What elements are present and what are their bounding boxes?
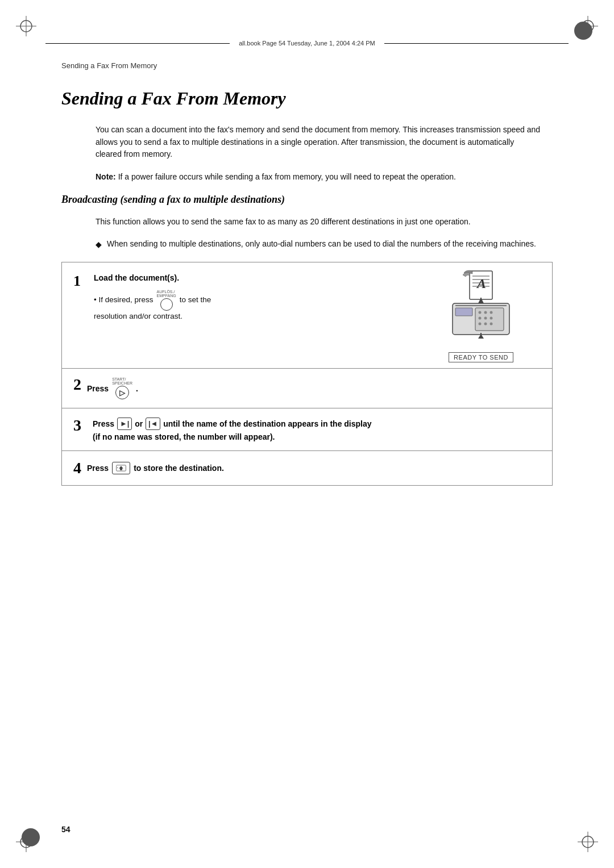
svg-point-24 (484, 317, 487, 320)
corner-circle-bl (22, 828, 40, 846)
svg-text:▲: ▲ (117, 466, 118, 469)
step-3-or: or (135, 418, 143, 430)
step-4-suffix: to store the destination. (134, 464, 224, 473)
step-1-left: 1 Load the document(s). • If desired, pr… (62, 262, 410, 368)
svg-point-20 (479, 311, 482, 314)
main-content: Sending a Fax From Memory You can scan a… (61, 82, 553, 811)
fax-machine-svg: A (435, 268, 526, 348)
start-button-circle: ▷ (115, 386, 129, 399)
note-body: If a power failure occurs while sending … (118, 172, 456, 181)
step-3-main-line: Press ►| or |◄ until the name of the des… (93, 418, 372, 430)
aufloes-button-icon: AUFLÖS./EMPFANG (157, 290, 176, 311)
step-3-sub: (if no name was stored, the number will … (93, 432, 372, 441)
step-3-until: until the name of the destination appear… (163, 418, 371, 430)
note-label: Note: (96, 172, 116, 181)
svg-point-25 (490, 317, 493, 320)
reg-mark-br (578, 832, 598, 852)
step-2-content: Press START/SPEICHER ▷ . (87, 377, 541, 399)
corner-circle-tr (574, 22, 592, 40)
svg-point-26 (479, 323, 482, 326)
fax-illustration: A READY TO SEND (435, 268, 526, 362)
step-1-body: • If desired, press AUFLÖS./EMPFANG to s… (94, 290, 399, 322)
step-3-inner: 3 Press ►| or |◄ until the name of the d… (73, 418, 541, 441)
button-circle (160, 298, 173, 311)
store-button-icon: ▲ (112, 462, 130, 474)
svg-text:A: A (476, 276, 486, 291)
step-1-inline: • If desired, press AUFLÖS./EMPFANG to s… (94, 290, 399, 311)
step-2-period: . (136, 384, 138, 393)
step-4-content: Press ▲ to store the destination. (87, 462, 224, 474)
start-speicher-label: START/SPEICHER (112, 377, 132, 385)
step-2-press-label: Press (87, 384, 109, 393)
note-paragraph: Note: If a power failure occurs while se… (61, 171, 553, 183)
step-4-row: 4 Press ▲ to store the destination. (62, 451, 552, 485)
svg-point-22 (490, 311, 493, 314)
step-1-prefix: • If desired, press (94, 294, 154, 306)
step-4-press: Press (87, 464, 109, 473)
step-3-content: Press ►| or |◄ until the name of the des… (93, 418, 372, 441)
step-1-suffix: to set the (180, 294, 211, 306)
step-3-row: 3 Press ►| or |◄ until the name of the d… (62, 408, 552, 451)
file-info: all.book Page 54 Tuesday, June 1, 2004 4… (239, 40, 375, 47)
header-bar: all.book Page 54 Tuesday, June 1, 2004 4… (45, 40, 569, 47)
step-1-number: 1 (73, 274, 81, 289)
step-2-number: 2 (73, 377, 81, 393)
step-1-right: A READY TO SEND (410, 262, 552, 368)
running-header: Sending a Fax From Memory (61, 61, 157, 70)
bullet-text: When sending to multiple destinations, o… (107, 239, 536, 248)
step-4-number: 4 (73, 460, 81, 476)
section-intro: This function allows you to send the sam… (61, 216, 553, 228)
store-icon-svg: ▲ (116, 463, 126, 473)
ready-to-send-label: READY TO SEND (449, 352, 513, 362)
svg-rect-29 (455, 308, 472, 316)
svg-point-21 (484, 311, 487, 314)
reg-mark-tl (16, 16, 36, 36)
header-line-right (384, 43, 569, 44)
step-3-number: 3 (73, 418, 81, 433)
button-label-tiny: AUFLÖS./EMPFANG (157, 290, 176, 298)
page: all.book Page 54 Tuesday, June 1, 2004 4… (0, 0, 614, 868)
steps-box: 1 Load the document(s). • If desired, pr… (61, 262, 553, 486)
svg-point-27 (484, 323, 487, 326)
nav-back-button: |◄ (146, 418, 160, 430)
page-number: 54 (61, 825, 70, 834)
page-title: Sending a Fax From Memory (61, 88, 553, 109)
svg-point-28 (490, 323, 493, 326)
intro-paragraph: You can scan a document into the fax's m… (61, 124, 553, 161)
step-2-body: Press START/SPEICHER ▷ . (87, 377, 541, 399)
step-2-row: 2 Press START/SPEICHER ▷ . (62, 369, 552, 408)
step-3-press: Press (93, 418, 114, 430)
bullet-diamond-icon: ◆ (96, 239, 102, 251)
step-1-title: Load the document(s). (94, 273, 399, 284)
step-1-suffix2: resolution and/or contrast. (94, 311, 399, 322)
bullet-item: ◆ When sending to multiple destinations,… (61, 238, 553, 251)
start-speicher-button-icon: START/SPEICHER ▷ (112, 377, 132, 399)
section-heading: Broadcasting (sending a fax to multiple … (61, 194, 553, 206)
step-1-row: 1 Load the document(s). • If desired, pr… (62, 262, 552, 369)
header-line-left (45, 43, 230, 44)
nav-forward-button: ►| (117, 418, 132, 430)
svg-point-23 (479, 317, 482, 320)
